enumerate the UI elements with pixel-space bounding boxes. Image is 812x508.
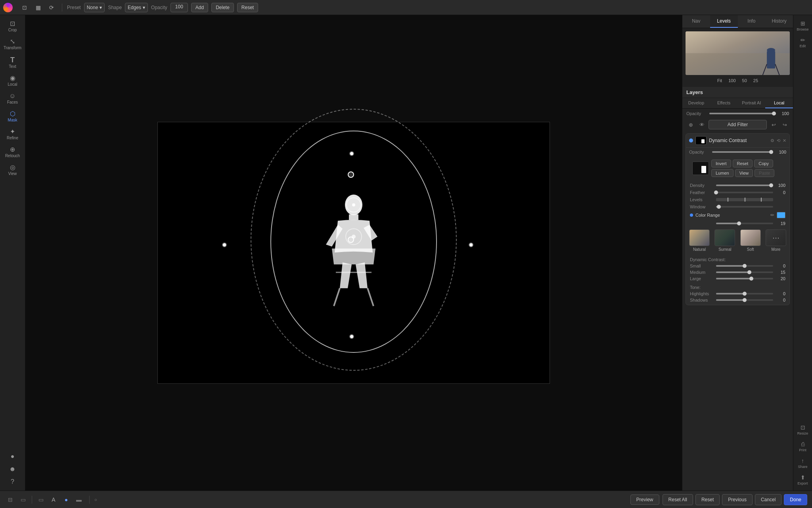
tool-view[interactable]: ◎ View [2, 162, 23, 178]
window-thumb[interactable] [717, 205, 721, 209]
done-btn[interactable]: Done [784, 494, 807, 505]
feather-track[interactable] [716, 192, 773, 193]
canvas-area[interactable] [25, 15, 682, 491]
tool-text[interactable]: T Text [2, 54, 23, 71]
dc-small-thumb[interactable] [743, 264, 747, 268]
filter-opacity-thumb[interactable] [769, 150, 773, 154]
density-thumb[interactable] [769, 183, 773, 187]
far-tool-export[interactable]: ⬆ Export [795, 472, 811, 487]
highlights-thumb[interactable] [743, 292, 747, 296]
delete-btn[interactable]: Delete [211, 3, 234, 12]
opacity-input[interactable]: 100 [170, 3, 188, 12]
preset-soft[interactable]: Soft [740, 229, 761, 252]
toolbar-icon-2[interactable]: ▦ [33, 2, 44, 13]
opacity-slider-track[interactable] [709, 113, 776, 114]
bottom-circle-icon[interactable]: ● [61, 494, 72, 505]
handle-top[interactable] [349, 151, 354, 156]
shape-dropdown[interactable]: Edges ▾ [125, 3, 148, 12]
preview-btn[interactable]: Preview [630, 495, 659, 505]
zoom-25[interactable]: 25 [752, 77, 760, 84]
bottom-reset-btn[interactable]: Reset [695, 494, 720, 505]
add-btn[interactable]: Add [191, 3, 208, 12]
tool-local[interactable]: ◉ Local [2, 73, 23, 89]
opacity-slider-thumb[interactable] [772, 112, 776, 115]
bottom-rect-icon[interactable]: ▬ [73, 494, 84, 505]
far-tool-print[interactable]: ⎙ Print [795, 439, 811, 454]
dc-small-track[interactable] [716, 265, 773, 267]
preset-dropdown[interactable]: None ▾ [84, 3, 105, 12]
tool-faces[interactable]: ☺ Faces [2, 90, 23, 107]
layer-tab-develop[interactable]: Develop [682, 98, 710, 108]
color-range-track[interactable] [716, 223, 773, 224]
tool-refine[interactable]: ✦ Refine [2, 126, 23, 142]
tool-person[interactable]: ☻ [2, 464, 23, 475]
tab-nav[interactable]: Nav [682, 15, 710, 28]
handle-center-top[interactable] [348, 171, 354, 178]
bottom-view1-icon[interactable]: ▭ [35, 494, 46, 505]
levels-thumb-mid[interactable] [745, 198, 745, 202]
shadows-track[interactable] [716, 299, 773, 301]
layer-tab-portrait[interactable]: Portrait AI [738, 98, 766, 108]
preset-more[interactable]: ⋯ More [766, 229, 786, 252]
copy-btn[interactable]: Copy [754, 160, 773, 167]
filter-close-icon[interactable]: ✕ [783, 138, 786, 143]
filter-reset-btn[interactable]: Reset [733, 160, 753, 167]
dc-medium-track[interactable] [716, 271, 773, 273]
tool-transform[interactable]: ⤡ Transform [2, 36, 23, 52]
toolbar-icon-1[interactable]: ⊡ [19, 2, 30, 13]
preset-surreal[interactable]: Surreal [714, 229, 735, 252]
zoom-100[interactable]: 100 [727, 77, 737, 84]
bottom-text-icon[interactable]: A [48, 494, 59, 505]
view-btn[interactable]: View [735, 169, 753, 177]
tool-circle[interactable]: ● [2, 451, 23, 462]
zoom-fit[interactable]: Fit [716, 77, 724, 84]
filter-undo-icon[interactable]: ↪ [780, 120, 789, 129]
color-swatch[interactable] [777, 212, 785, 218]
feather-thumb[interactable] [714, 190, 718, 194]
dc-large-track[interactable] [716, 278, 773, 279]
bottom-single-icon[interactable]: ▭ [17, 494, 29, 505]
levels-thumb-right[interactable] [761, 198, 762, 202]
filter-reset-icon[interactable]: ↩ [769, 120, 778, 129]
filter-flip-icon[interactable]: ⟲ [777, 138, 780, 143]
filter-copy-icon[interactable]: ⊕ [686, 120, 695, 129]
cancel-btn[interactable]: Cancel [755, 494, 781, 505]
tool-retouch[interactable]: ⊕ Retouch [2, 144, 23, 160]
tab-levels[interactable]: Levels [710, 15, 738, 28]
far-tool-share[interactable]: ↑ Share [795, 456, 811, 471]
bottom-layers-icon[interactable]: ⊟ [5, 494, 16, 505]
eyedropper-icon[interactable]: ✏ [770, 212, 774, 218]
tool-mask[interactable]: ⬡ Mask [2, 108, 23, 125]
tool-crop[interactable]: ⊡ Crop [2, 18, 23, 35]
reset-all-btn[interactable]: Reset All [663, 494, 693, 505]
handle-bottom[interactable] [349, 334, 354, 339]
tab-info[interactable]: Info [738, 15, 766, 28]
filter-settings-icon[interactable]: ⚙ [770, 138, 774, 143]
dc-large-thumb[interactable] [749, 277, 753, 281]
toolbar-icon-3[interactable]: ⟳ [46, 2, 57, 13]
filter-opacity-track[interactable] [712, 151, 773, 153]
handle-right[interactable] [469, 242, 473, 247]
add-filter-btn[interactable]: Add Filter [709, 120, 767, 129]
far-tool-browse[interactable]: ⊞ Browse [795, 18, 811, 33]
levels-track[interactable] [716, 198, 773, 201]
reset-btn[interactable]: Reset [237, 3, 258, 12]
shadows-thumb[interactable] [743, 298, 747, 302]
tab-history[interactable]: History [765, 15, 793, 28]
handle-left[interactable] [222, 242, 227, 247]
handle-center-mid[interactable] [348, 237, 354, 243]
layer-tab-local[interactable]: Local [765, 98, 793, 108]
invert-btn[interactable]: Invert [711, 160, 731, 167]
layer-tab-effects[interactable]: Effects [710, 98, 738, 108]
density-track[interactable] [716, 185, 773, 186]
lumen-btn[interactable]: Lumen [711, 169, 733, 177]
tool-help[interactable]: ? [2, 476, 23, 487]
previous-btn[interactable]: Previous [722, 494, 753, 505]
filter-eye-icon[interactable]: 👁 [697, 120, 706, 129]
levels-thumb-left[interactable] [728, 198, 728, 202]
far-tool-edit[interactable]: ✏ Edit [795, 35, 811, 50]
window-track[interactable] [716, 206, 773, 208]
zoom-50[interactable]: 50 [741, 77, 749, 84]
preset-natural[interactable]: Natural [689, 229, 710, 252]
dc-medium-thumb[interactable] [747, 270, 751, 274]
